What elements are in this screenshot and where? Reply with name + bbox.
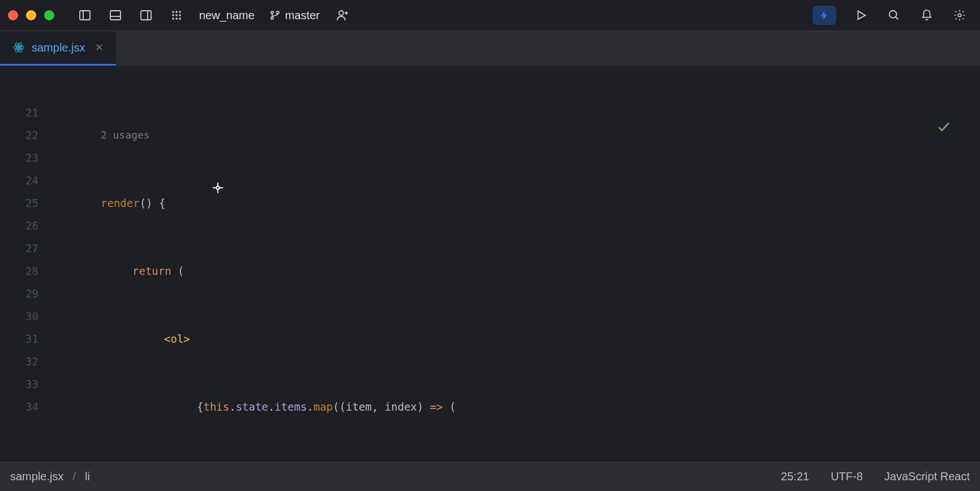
close-window-button[interactable] xyxy=(8,10,18,20)
svg-point-6 xyxy=(172,11,174,13)
panel-left-icon[interactable] xyxy=(77,7,93,23)
panel-right-icon[interactable] xyxy=(138,7,154,23)
cursor-position[interactable]: 25:21 xyxy=(781,470,809,483)
inspection-ok-icon[interactable] xyxy=(936,74,975,179)
titlebar: new_name master xyxy=(0,0,980,31)
line-number: 31 xyxy=(0,328,38,350)
svg-point-8 xyxy=(179,11,181,13)
svg-point-17 xyxy=(277,11,279,14)
svg-point-15 xyxy=(271,11,273,14)
svg-marker-21 xyxy=(858,11,866,20)
svg-rect-4 xyxy=(141,11,151,20)
line-number: 22 xyxy=(0,124,38,147)
minimize-window-button[interactable] xyxy=(26,10,36,20)
line-gutter: 21 22 23 24 25 26 27 28 29 30 31 32 33 3… xyxy=(0,66,49,450)
statusbar: sample.jsx / li 25:21 UTF-8 JavaScript R… xyxy=(0,462,980,491)
mac-window-controls xyxy=(8,10,54,20)
svg-rect-0 xyxy=(80,11,90,20)
line-number: 26 xyxy=(0,214,38,237)
svg-point-16 xyxy=(271,17,273,19)
add-collaborator-icon[interactable] xyxy=(334,7,350,23)
svg-point-12 xyxy=(172,18,174,20)
react-icon xyxy=(12,41,25,54)
svg-point-22 xyxy=(889,11,897,18)
line-number: 33 xyxy=(0,373,38,395)
breadcrumb[interactable]: sample.jsx / li xyxy=(10,470,90,483)
svg-point-7 xyxy=(175,11,178,13)
line-number: 25 xyxy=(0,192,38,214)
toolbar-right-group xyxy=(813,6,972,25)
breadcrumb-element[interactable]: li xyxy=(85,470,90,483)
code-line: {this.state.items.map((item, index) => ( xyxy=(49,395,980,418)
bell-icon[interactable] xyxy=(919,7,935,23)
branch-name: master xyxy=(285,9,320,22)
toolbar-left-group: new_name master xyxy=(77,7,350,23)
svg-point-14 xyxy=(179,18,181,20)
inlay-usages[interactable]: 2 usages xyxy=(49,124,980,147)
editor-tabs: sample.jsx ✕ xyxy=(0,31,980,66)
statusbar-right: 25:21 UTF-8 JavaScript React xyxy=(781,470,970,483)
grid-icon[interactable] xyxy=(169,7,184,23)
language-mode[interactable]: JavaScript React xyxy=(884,470,970,483)
code-area[interactable]: 2 usages render() { return ( <ol> {this.… xyxy=(49,66,980,450)
code-line: render() { xyxy=(49,192,980,214)
project-name[interactable]: new_name xyxy=(199,9,255,22)
close-tab-icon[interactable]: ✕ xyxy=(95,41,104,54)
line-number: 32 xyxy=(0,350,38,373)
tab-label: sample.jsx xyxy=(32,41,85,54)
line-number: 34 xyxy=(0,395,38,418)
lightning-icon xyxy=(819,10,830,21)
svg-point-33 xyxy=(216,186,220,189)
tab-sample-jsx[interactable]: sample.jsx ✕ xyxy=(0,31,116,66)
svg-rect-2 xyxy=(110,11,121,20)
svg-point-10 xyxy=(175,14,178,16)
line-number: 29 xyxy=(0,282,38,305)
code-editor[interactable]: 21 22 23 24 25 26 27 28 29 30 31 32 33 3… xyxy=(0,66,980,450)
line-number: 27 xyxy=(0,237,38,260)
gear-icon[interactable] xyxy=(952,7,968,23)
line-number: 21 xyxy=(0,101,38,124)
code-line: <ol> xyxy=(49,328,980,350)
line-number: 23 xyxy=(0,147,38,169)
line-number: 28 xyxy=(0,260,38,282)
maximize-window-button[interactable] xyxy=(44,10,54,20)
branch-icon xyxy=(269,10,281,21)
svg-point-11 xyxy=(179,14,181,16)
line-number: 24 xyxy=(0,169,38,192)
breadcrumb-file[interactable]: sample.jsx xyxy=(10,470,63,483)
line-number: 30 xyxy=(0,305,38,328)
svg-point-9 xyxy=(172,14,174,16)
quick-action-badge[interactable] xyxy=(813,6,836,25)
search-icon[interactable] xyxy=(886,7,902,23)
run-icon[interactable] xyxy=(853,7,869,23)
branch-widget[interactable]: master xyxy=(269,9,320,22)
svg-point-24 xyxy=(958,14,961,17)
code-line: return ( xyxy=(49,260,980,282)
svg-line-23 xyxy=(896,17,899,20)
svg-point-25 xyxy=(18,46,20,49)
svg-point-18 xyxy=(339,11,343,15)
breadcrumb-separator: / xyxy=(72,470,76,483)
panel-bottom-icon[interactable] xyxy=(108,7,123,23)
file-encoding[interactable]: UTF-8 xyxy=(831,470,863,483)
svg-point-13 xyxy=(175,18,178,20)
